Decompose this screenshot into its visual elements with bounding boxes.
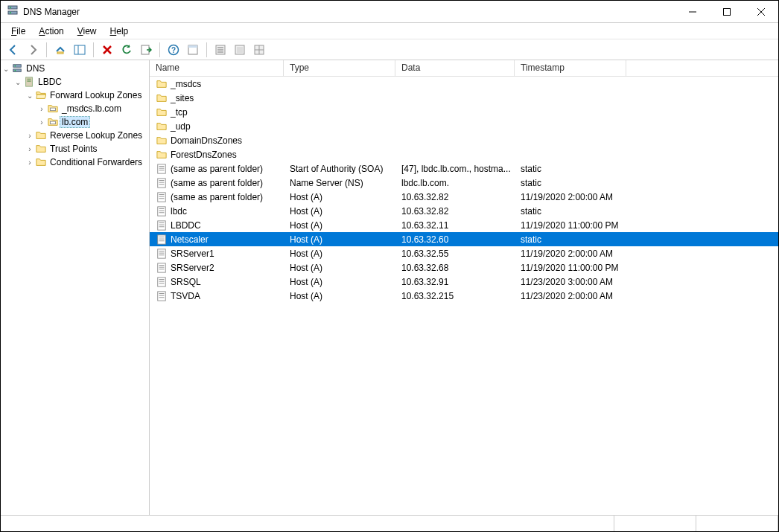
list-row[interactable]: _tcp (150, 105, 778, 119)
cell-timestamp: static (515, 176, 626, 190)
folder-icon (35, 129, 47, 141)
list-row[interactable]: NetscalerHost (A)10.63.32.60static (150, 232, 778, 246)
toolbar-show-hide-button[interactable] (71, 42, 88, 58)
cell-timestamp: 11/23/2020 2:00:00 AM (515, 289, 626, 303)
toolbar-help-button[interactable] (165, 42, 182, 58)
cell-name-text: ForestDnsZones (171, 150, 237, 160)
list-row[interactable]: (same as parent folder)Host (A)10.63.32.… (150, 190, 778, 204)
toolbar-properties-button[interactable] (185, 42, 201, 58)
chevron-right-icon[interactable]: › (25, 132, 35, 140)
tree-node-msdcs[interactable]: › _msdcs.lb.com (36, 102, 149, 115)
list-header: Name Type Data Timestamp (150, 60, 778, 77)
chevron-right-icon[interactable]: › (36, 118, 47, 126)
toolbar-new-record-button[interactable] (212, 42, 229, 58)
cell-name-text: (same as parent folder) (171, 164, 263, 174)
record-icon (156, 220, 168, 231)
list-row[interactable]: TSVDAHost (A)10.63.32.21511/23/2020 2:00… (150, 289, 778, 303)
tree-label: LBDC (38, 77, 62, 87)
toolbar-separator (93, 42, 94, 57)
folder-icon (35, 156, 47, 168)
list-row[interactable]: _msdcs (150, 77, 778, 91)
cell-name: SRServer1 (150, 246, 284, 260)
chevron-down-icon[interactable]: ⌄ (25, 92, 35, 100)
maximize-button[interactable] (710, 1, 744, 23)
tree-node-dns[interactable]: ⌄ DNS (1, 62, 149, 75)
toolbar-forward-button[interactable] (25, 42, 41, 58)
record-icon (156, 249, 168, 259)
list-row[interactable]: SRServer1Host (A)10.63.32.5511/19/2020 2… (150, 246, 778, 260)
tree-label: Trust Points (50, 144, 98, 154)
toolbar-new-record2-button[interactable] (232, 42, 248, 58)
chevron-right-icon[interactable]: › (25, 158, 35, 167)
chevron-right-icon[interactable]: › (25, 145, 35, 153)
cell-name: (same as parent folder) (150, 176, 284, 190)
record-icon (156, 263, 168, 273)
folder-open-icon (35, 89, 47, 101)
toolbar-up-button[interactable] (52, 42, 69, 58)
toolbar-refresh-button[interactable] (118, 42, 135, 58)
cell-name-text: _msdcs (171, 79, 201, 89)
menu-help[interactable]: Help (104, 25, 135, 38)
menu-file[interactable]: File (5, 25, 31, 38)
list-pane: Name Type Data Timestamp _msdcs_sites_tc… (150, 60, 778, 515)
list-row[interactable]: _udp (150, 119, 778, 133)
cell-data: 10.63.32.82 (395, 204, 515, 218)
list-row[interactable]: DomainDnsZones (150, 133, 778, 147)
column-header-name[interactable]: Name (150, 60, 284, 76)
cell-type (284, 119, 395, 133)
toolbar-back-button[interactable] (5, 42, 22, 58)
cell-data (395, 77, 515, 91)
tree-node-conditional-forwarders[interactable]: › Conditional Forwarders (25, 156, 149, 169)
cell-data: 10.63.32.55 (395, 246, 515, 260)
cell-timestamp (515, 105, 626, 119)
tree-label: lb.com (60, 116, 90, 128)
statusbar (1, 515, 778, 531)
column-header-type[interactable]: Type (284, 60, 395, 76)
toolbar-export-button[interactable] (138, 42, 154, 58)
tree-node-server[interactable]: ⌄ LBDC (13, 75, 149, 89)
cell-timestamp: static (515, 232, 626, 246)
list-row[interactable]: LBDDCHost (A)10.63.32.1111/19/2020 11:00… (150, 218, 778, 232)
chevron-right-icon[interactable]: › (36, 105, 47, 113)
cell-name: DomainDnsZones (150, 133, 284, 147)
cell-type: Host (A) (284, 204, 395, 218)
dns-manager-window: DNS Manager File Action View Help (0, 0, 779, 532)
cell-type: Host (A) (284, 218, 395, 232)
list-body[interactable]: _msdcs_sites_tcp_udpDomainDnsZonesForest… (150, 77, 778, 515)
list-row[interactable]: (same as parent folder)Name Server (NS)l… (150, 176, 778, 190)
close-button[interactable] (744, 1, 778, 23)
menu-view[interactable]: View (71, 25, 103, 38)
tree-node-reverse-lookup[interactable]: › Reverse Lookup Zones (25, 129, 149, 142)
list-row[interactable]: SRSQLHost (A)10.63.32.9111/23/2020 3:00:… (150, 275, 778, 289)
menubar: File Action View Help (1, 23, 778, 39)
list-row[interactable]: _sites (150, 91, 778, 105)
cell-name-text: Netscaler (171, 234, 209, 245)
list-row[interactable]: SRServer2Host (A)10.63.32.6811/19/2020 1… (150, 260, 778, 275)
list-row[interactable]: ForestDnsZones (150, 147, 778, 161)
toolbar-new-record3-button[interactable] (251, 42, 267, 58)
cell-name: _sites (150, 91, 284, 105)
list-row[interactable]: lbdcHost (A)10.63.32.82static (150, 204, 778, 218)
list-row[interactable]: (same as parent folder)Start of Authorit… (150, 161, 778, 176)
minimize-button[interactable] (675, 1, 710, 23)
chevron-down-icon[interactable]: ⌄ (1, 65, 11, 73)
titlebar: DNS Manager (1, 1, 778, 23)
cell-data: 10.63.32.60 (395, 232, 515, 246)
column-header-timestamp[interactable]: Timestamp (515, 60, 626, 76)
tree-node-lbcom[interactable]: › lb.com (36, 115, 149, 129)
cell-type (284, 91, 395, 105)
toolbar-delete-button[interactable] (99, 42, 115, 58)
cell-data (395, 119, 515, 133)
cell-timestamp: 11/19/2020 2:00:00 AM (515, 190, 626, 204)
column-header-data[interactable]: Data (395, 60, 515, 76)
tree-node-trust-points[interactable]: › Trust Points (25, 142, 149, 156)
cell-type: Start of Authority (SOA) (284, 161, 395, 176)
chevron-down-icon[interactable]: ⌄ (13, 78, 23, 86)
tree-node-forward-lookup[interactable]: ⌄ Forward Lookup Zones (25, 89, 149, 102)
record-icon (156, 178, 168, 188)
cell-data: 10.63.32.215 (395, 289, 515, 303)
record-icon (156, 192, 168, 202)
record-icon (156, 206, 168, 217)
tree-pane[interactable]: ⌄ DNS ⌄ LBDC (1, 60, 150, 515)
menu-action[interactable]: Action (33, 25, 69, 38)
